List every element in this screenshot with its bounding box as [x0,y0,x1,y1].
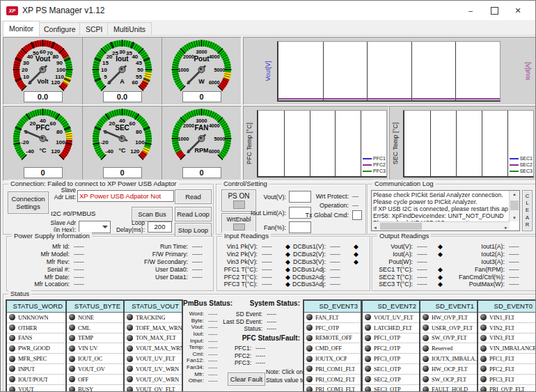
reading-row: Pout(W):----- [374,258,443,266]
led-indicator [306,345,313,352]
read-button[interactable]: Read [175,189,212,204]
legend-swatch [510,158,519,159]
connection-group-title: Connection: Failed to connect to XP Powe… [8,180,179,188]
led-indicator [480,335,487,341]
status-value[interactable]: ----- [262,318,276,325]
close-button[interactable]: ✕ [506,1,530,20]
status-row: TEMP [67,334,123,344]
svg-text:Vout: Vout [36,55,51,63]
field-label: Serial #: [10,266,70,273]
status-value[interactable]: ----- [204,364,217,370]
field-label: Vin3 Pk(V): [219,258,258,265]
status-label: PRI_COM1_FLT [315,366,355,373]
tx-global-checkbox[interactable] [352,210,362,220]
minimize-button[interactable]: – [459,1,482,20]
scroll-right-icon[interactable]: ► [504,224,508,231]
clear-log-button[interactable]: CLEAR [522,190,533,231]
status-value[interactable]: ----- [251,345,265,352]
tx-global-label: Tx Global Cmd: [299,212,349,219]
log-vertical-scrollbar[interactable]: ▲▼ [509,191,519,221]
status-value[interactable]: ----- [204,351,217,357]
slave-adr-list-field[interactable]: XP Power USB Adpator Not Found [77,190,174,202]
field-label: Run Time: [113,243,188,250]
svg-text:15: 15 [102,60,109,66]
status-value[interactable]: ----- [262,311,276,317]
svg-text:60: 60 [129,120,135,127]
svg-text:W: W [198,78,205,85]
field-value: ----- [326,281,351,288]
control-setting-title: Control/Setting [221,180,269,188]
connection-settings-button[interactable]: Connection Settings [8,191,49,214]
status-row: HW_OVP_FLT [420,313,477,323]
status-row: VOUT_MAX_WRN [125,343,182,354]
status-value[interactable]: ----- [204,371,217,377]
led-indicator [69,314,75,320]
input-readings-title: Input Readings [222,232,271,240]
led-indicator [9,324,15,331]
field-label: User Data1: [113,274,188,281]
svg-text:30: 30 [119,49,125,55]
status-value[interactable]: ----- [251,352,265,359]
status-label: TEMP [78,334,93,341]
status-label: VOUT [18,386,34,392]
led-indicator [365,345,371,352]
status-value-row: Other:----- [183,377,217,384]
status-row: PRI_COM3_FLT [304,385,361,392]
comm-log-box[interactable]: Please check PICkit Serial Analyzer conn… [371,190,520,231]
loop-delay-field[interactable]: 200 [148,221,172,233]
status-row: REMOTE_OFF [304,334,361,344]
legend-entry: PFC1 [363,155,386,162]
field-label: Mfr Id: [10,243,70,250]
scroll-left-icon[interactable]: ◄ [373,224,377,231]
tab-monitor[interactable]: Monitor [3,21,40,36]
wrt-enabl-indicator [233,224,245,230]
field-value: ----- [413,266,435,273]
status-value-row: Fan12:----- [183,357,217,364]
read-loop-button[interactable]: Read Loop [175,207,212,221]
status-value[interactable]: ----- [251,359,265,366]
status-row: PRI_OVP_FLT [478,385,535,392]
tab-multiunits[interactable]: MultiUnits [107,22,152,36]
stop-loop-button[interactable]: Stop Loop [175,223,212,237]
status-value-row: Iout:----- [183,331,217,338]
reading-row: PFC3 T(°C):-----◆ [219,281,290,288]
status-value[interactable]: ----- [204,338,217,344]
ps-on-button[interactable]: PS ON [221,189,256,212]
status-value[interactable]: ----- [204,377,217,384]
led-indicator [9,345,15,352]
status-label: SEC3_OTP [374,386,401,392]
scroll-up-icon[interactable]: ▲ [510,191,519,198]
status-value[interactable]: ----- [204,344,217,350]
ps-on-indicator [233,201,245,209]
scroll-thumb[interactable] [510,201,519,210]
scroll-down-icon[interactable]: ▼ [510,214,519,221]
status-label: VIN2_FLT [489,324,514,331]
clear-fault-button[interactable]: Clear Fault [228,373,265,386]
chart-vout-iout-panel: Vout[V] Iout[A] [243,37,536,105]
status-value[interactable]: ----- [204,357,217,363]
led-indicator [69,324,75,331]
tab-scpi[interactable]: SCPI [79,22,109,36]
led-indicator [423,356,429,362]
field-label: Last SD Event: [214,318,262,325]
status-label: VOUT_UV_WRN [136,366,179,373]
clear-button-letter: L [526,200,528,207]
field-label: Mfr Location: [10,281,70,288]
status-value[interactable]: ----- [262,325,276,332]
clear-button-letter: E [526,207,529,214]
legend-swatch [363,171,372,172]
led-indicator [423,345,429,352]
status-value-row: Mfr:----- [183,370,217,377]
log-horizontal-scrollbar[interactable]: ◄► [372,221,510,230]
field-value: ----- [70,251,97,258]
tab-configure[interactable]: Configure [38,22,82,36]
status-row: VOUT_OV_FLT [125,385,182,392]
chart-gridline [456,111,457,176]
legend-swatch [363,164,372,166]
fan-set-field[interactable] [289,221,311,233]
maximize-button[interactable] [482,1,506,20]
log-line: Err58: XpFindDeviceIndex: UNIT_NOT_FOUND [373,212,508,219]
svg-text:A: A [120,78,125,85]
scroll-thumb[interactable] [380,223,422,230]
status-value-row: Temp:----- [183,344,217,351]
